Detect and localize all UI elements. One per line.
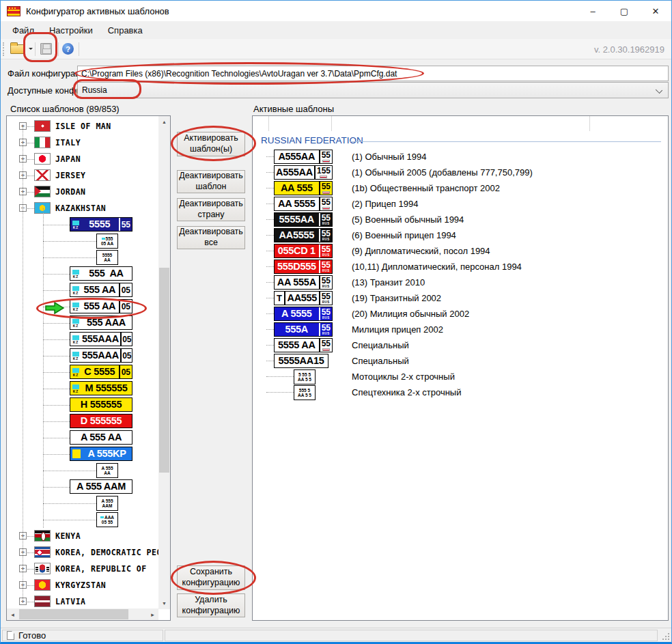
active-template-row[interactable]: 5555AA15Специальный — [253, 353, 668, 369]
license-plate[interactable]: KZ555AAA05 — [70, 332, 132, 346]
tree-template-row[interactable]: H 555555 — [7, 397, 158, 413]
tree-country-row[interactable]: +JORDAN — [7, 184, 158, 200]
license-plate[interactable]: A555AA55 — [274, 150, 333, 164]
tree-template-row[interactable]: D 555555 — [7, 413, 158, 430]
tree-template-row[interactable]: KZ555 AA05 — [7, 298, 158, 315]
minimize-button[interactable]: – — [577, 1, 608, 21]
active-template-row[interactable]: 055CD 155RUS(9) Дипломатический, посол 1… — [253, 243, 668, 259]
tree-horizontal-scrollbar[interactable]: ◂ ▸ — [7, 608, 158, 620]
tree-template-row[interactable]: A 555AA — [7, 462, 158, 479]
license-plate[interactable]: A 555 AA — [70, 430, 132, 445]
license-plate-small[interactable]: 55505 AA — [96, 234, 118, 249]
chevron-down-icon[interactable] — [656, 87, 662, 94]
save-config-button[interactable]: Сохранить конфигурацию — [177, 565, 245, 590]
license-plate-small[interactable]: AAA05 55 — [96, 512, 118, 527]
tree-country-row[interactable]: +KYRGYZSTAN — [7, 577, 158, 593]
license-plate[interactable]: KZ555AAA05 — [70, 348, 132, 363]
license-plate-small[interactable]: 555 5AA 5 5 — [294, 385, 316, 400]
active-template-row[interactable]: 5555 AA55Специальный — [253, 337, 668, 353]
license-plate[interactable]: AA555555RUS — [274, 228, 333, 242]
active-template-row[interactable]: A555AA55(1) Обычный 1994 — [253, 149, 668, 165]
scroll-left-icon[interactable]: ◂ — [7, 608, 18, 620]
tree-country-row[interactable]: +JAPAN — [7, 151, 158, 167]
activate-templates-button[interactable]: Активировать шаблон(ы) — [177, 132, 245, 156]
active-template-row[interactable]: 555 5AA 5 5Спецтехника 2-х строчный — [253, 384, 668, 400]
tree-template-row[interactable]: KZ555 AAA — [7, 315, 158, 331]
active-template-row[interactable]: 555D55555RUS(10,11) Дипломатический, пер… — [253, 259, 668, 275]
tree-vscroll-thumb[interactable] — [159, 268, 169, 473]
open-file-dropdown-icon[interactable] — [29, 48, 33, 52]
active-template-row[interactable]: A 555555RUS(20) Милиция обычный 2002 — [253, 306, 668, 322]
close-button[interactable]: ✕ — [640, 1, 671, 21]
tree-template-row[interactable]: KZ555 AA05 — [7, 282, 158, 298]
license-plate[interactable]: AA 555555 — [274, 197, 333, 211]
tree-template-row[interactable]: A 555 AAM — [7, 479, 158, 495]
tree-country-row[interactable]: +JERSEY — [7, 167, 158, 184]
tree-template-row[interactable]: 55505 AA — [7, 233, 158, 249]
active-template-row[interactable]: 5555AA55RUS(5) Военный обычный 1994 — [253, 212, 668, 227]
maximize-button[interactable]: ▢ — [608, 1, 640, 21]
active-template-row[interactable]: AA 55555(1b) Общественный транспорт 2002 — [253, 180, 668, 196]
license-plate[interactable]: A 555 AAM — [70, 479, 132, 494]
menu-item-настройки[interactable]: Настройки — [42, 23, 100, 38]
active-template-row[interactable]: 555A55RUSМилиция прицеп 2002 — [253, 322, 668, 337]
license-plate[interactable]: A 555KP — [70, 447, 132, 461]
active-template-row[interactable]: AA555555RUS(6) Военный прицеп 1994 — [253, 227, 668, 243]
license-plate-small[interactable]: A 555AAM — [96, 496, 118, 511]
active-template-row[interactable]: AA 555A55RUS(13) Транзит 2010 — [253, 275, 668, 290]
tree-country-row[interactable]: +KOREA, DEMOCRATIC PEOPLE — [7, 544, 158, 561]
active-template-row[interactable]: TAA55555RUS(19) Транзитный 2002 — [253, 290, 668, 306]
license-plate[interactable]: AA 55555 — [274, 181, 333, 195]
license-plate[interactable]: 555A55RUS — [274, 322, 333, 337]
license-plate[interactable]: KZ555 AA05 — [70, 283, 132, 297]
license-plate[interactable]: AA 555A55RUS — [274, 275, 333, 290]
license-plate[interactable]: KZC 555505 — [70, 365, 132, 379]
tree-vertical-scrollbar[interactable]: ▲ ▼ — [158, 116, 170, 609]
license-plate[interactable]: TAA55555RUS — [274, 291, 333, 305]
license-plate[interactable]: 5555AA55RUS — [274, 212, 333, 227]
license-plate-small[interactable]: 5 55 5AA 5 5 — [294, 369, 316, 384]
tree-country-row[interactable]: +ISLE OF MAN — [7, 118, 158, 135]
delete-config-button[interactable]: Удалить конфигурацию — [177, 593, 245, 617]
license-plate[interactable]: A555AA155 — [274, 165, 333, 180]
license-plate[interactable]: KZM 555555 — [70, 381, 132, 395]
active-template-row[interactable]: A555AA155(1) Обычный 2005 (добавлены 777… — [253, 165, 668, 180]
config-select[interactable]: Russia — [77, 82, 669, 98]
tree-template-row[interactable]: AAA05 55 — [7, 512, 158, 528]
deactivate-template-button[interactable]: Деактивировать шаблон — [177, 170, 245, 193]
menu-item-файл[interactable]: Файл — [5, 23, 42, 38]
tree-template-row[interactable]: KZM 555555 — [7, 380, 158, 397]
tree-country-row[interactable]: +KENYA — [7, 528, 158, 544]
license-plate[interactable]: A 555555RUS — [274, 307, 333, 321]
scroll-up-icon[interactable]: ▲ — [158, 116, 170, 128]
tree-hscroll-thumb[interactable] — [19, 609, 128, 619]
config-file-input[interactable]: C:\Program Files (x86)\Recognition Techn… — [77, 66, 669, 81]
license-plate-small[interactable]: A 555AA — [96, 463, 118, 478]
menu-item-справка[interactable]: Справка — [100, 23, 150, 38]
tree-country-row[interactable]: −KAZAKHSTAN — [7, 200, 158, 216]
active-template-row[interactable]: 5 55 5AA 5 5Мотоциклы 2-х строчный — [253, 369, 668, 384]
license-plate[interactable]: KZ555 AA05 — [70, 299, 132, 313]
scroll-right-icon[interactable]: ▸ — [147, 608, 158, 620]
tree-country-row[interactable]: +KOREA, REPUBLIC OF — [7, 561, 158, 577]
license-plate[interactable]: D 555555 — [70, 414, 132, 428]
tree-template-row[interactable]: A 555AAM — [7, 495, 158, 512]
tree-template-row[interactable]: A 555 AA — [7, 430, 158, 446]
scroll-down-icon[interactable]: ▼ — [158, 598, 170, 609]
license-plate[interactable]: KZ555555 — [70, 217, 132, 232]
tree-template-row[interactable]: KZ555555 — [7, 216, 158, 233]
tree-template-row[interactable]: 5555AA — [7, 249, 158, 266]
save-button[interactable] — [38, 42, 55, 57]
tree-template-row[interactable]: KZC 555505 — [7, 364, 158, 380]
tree-template-row[interactable]: KZ555AAA05 — [7, 348, 158, 364]
license-plate[interactable]: 5555AA15 — [274, 354, 328, 368]
tree-template-row[interactable]: A 555KP — [7, 446, 158, 462]
tree-template-row[interactable]: KZ555 AA — [7, 266, 158, 282]
tree-template-row[interactable]: KZ555AAA05 — [7, 331, 158, 348]
deactivate-all-button[interactable]: Деактивировать все — [177, 226, 245, 249]
license-plate[interactable]: 555D55555RUS — [274, 260, 333, 274]
tree-country-row[interactable]: +LATVIA — [7, 593, 158, 609]
deactivate-country-button[interactable]: Деактивировать страну — [177, 198, 245, 221]
active-template-row[interactable]: AA 555555(2) Прицеп 1994 — [253, 196, 668, 212]
open-file-button[interactable] — [9, 42, 27, 57]
